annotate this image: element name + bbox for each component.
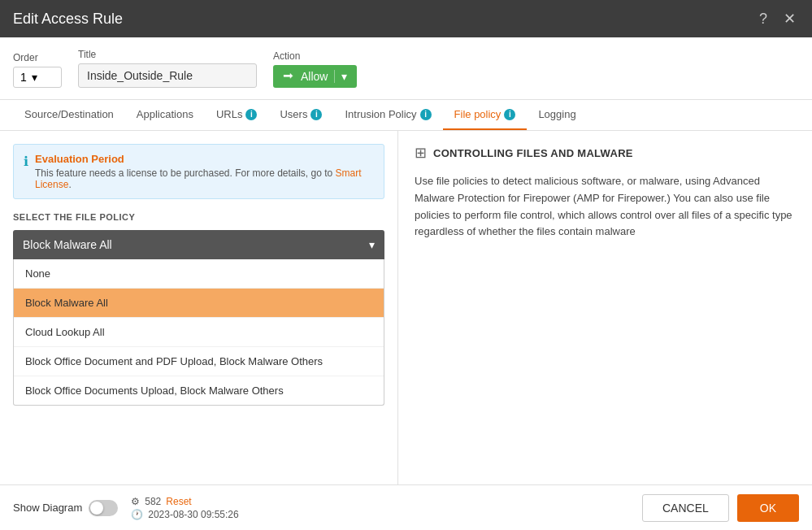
tab-file-policy[interactable]: File policy i xyxy=(443,100,528,130)
footer-right: CANCEL OK xyxy=(642,494,799,522)
title-input[interactable] xyxy=(78,63,257,88)
order-select[interactable]: 1 ▾ xyxy=(13,67,62,88)
action-field-group: Action ⮕ Allow ▾ xyxy=(273,50,357,88)
title-field-group: Title xyxy=(78,49,257,88)
order-label: Order xyxy=(13,52,62,63)
title-label: Title xyxy=(78,49,257,60)
file-policy-info-icon: i xyxy=(504,109,515,120)
tab-applications-label: Applications xyxy=(137,108,193,120)
dropdown-list: None Block Malware All Cloud Lookup All … xyxy=(13,259,384,406)
file-policy-section-label: SELECT THE FILE POLICY xyxy=(13,212,384,222)
dropdown-selected[interactable]: Block Malware All ▾ xyxy=(13,230,384,259)
toolbar: Order 1 ▾ Title Action ⮕ Allow ▾ xyxy=(0,37,812,100)
tab-logging[interactable]: Logging xyxy=(527,100,587,130)
action-button[interactable]: ⮕ Allow ▾ xyxy=(273,65,357,88)
clock-icon: 🕐 xyxy=(131,509,143,520)
evaluation-banner: ℹ Evaluation Period This feature needs a… xyxy=(13,144,384,199)
right-panel-title-area: ⊞ CONTROLLING FILES AND MALWARE xyxy=(415,144,796,162)
action-value: Allow xyxy=(301,70,328,83)
right-panel-description: Use file policies to detect malicious so… xyxy=(415,173,796,241)
footer-left: Show Diagram ⚙ 582 Reset 🕐 2023-08-30 09… xyxy=(13,496,239,520)
tab-source-destination[interactable]: Source/Destination xyxy=(13,100,125,130)
tab-applications[interactable]: Applications xyxy=(125,100,205,130)
urls-info-icon: i xyxy=(245,109,257,120)
tab-logging-label: Logging xyxy=(538,108,575,120)
tab-users-label: Users xyxy=(280,108,307,120)
action-btn-divider xyxy=(334,70,335,83)
right-panel-heading: CONTROLLING FILES AND MALWARE xyxy=(433,147,633,159)
left-panel: ℹ Evaluation Period This feature needs a… xyxy=(0,131,398,484)
action-chevron-icon: ▾ xyxy=(341,70,347,83)
dropdown-item-cloud-lookup-all[interactable]: Cloud Lookup All xyxy=(14,318,384,347)
close-button[interactable]: ✕ xyxy=(780,8,799,29)
tab-urls-label: URLs xyxy=(216,108,243,120)
tab-file-policy-label: File policy xyxy=(454,108,502,120)
show-diagram-label: Show Diagram xyxy=(13,502,82,514)
modal-header: Edit Access Rule ? ✕ xyxy=(0,0,812,37)
order-chevron-icon: ▾ xyxy=(32,71,37,84)
evaluation-info-icon: ℹ xyxy=(24,154,28,169)
tab-urls[interactable]: URLs i xyxy=(205,100,269,130)
cancel-button[interactable]: CANCEL xyxy=(642,494,729,522)
footer-count: 582 xyxy=(145,496,161,507)
tab-intrusion-policy[interactable]: Intrusion Policy i xyxy=(333,100,442,130)
modal-body: ℹ Evaluation Period This feature needs a… xyxy=(0,131,812,484)
file-policy-dropdown[interactable]: Block Malware All ▾ None Block Malware A… xyxy=(13,230,384,406)
footer-timestamp-row: 🕐 2023-08-30 09:55:26 xyxy=(131,509,238,520)
evaluation-title: Evaluation Period xyxy=(35,153,374,165)
gear-icon: ⚙ xyxy=(131,496,140,507)
evaluation-description: This feature needs a license to be purch… xyxy=(35,167,374,190)
footer-count-row: ⚙ 582 Reset xyxy=(131,496,238,507)
modal-header-icons: ? ✕ xyxy=(756,8,799,29)
dropdown-chevron-icon: ▾ xyxy=(369,238,375,251)
evaluation-text: Evaluation Period This feature needs a l… xyxy=(35,153,374,190)
tabs-bar: Source/Destination Applications URLs i U… xyxy=(0,100,812,131)
users-info-icon: i xyxy=(310,109,322,120)
show-diagram-toggle: Show Diagram xyxy=(13,500,118,516)
reset-link[interactable]: Reset xyxy=(166,496,191,507)
tab-intrusion-policy-label: Intrusion Policy xyxy=(345,108,416,120)
modal-footer: Show Diagram ⚙ 582 Reset 🕐 2023-08-30 09… xyxy=(0,484,812,530)
modal-title: Edit Access Rule xyxy=(13,11,123,28)
help-button[interactable]: ? xyxy=(756,9,771,29)
action-icon: ⮕ xyxy=(283,70,294,83)
tab-source-destination-label: Source/Destination xyxy=(24,108,114,120)
file-policy-panel-icon: ⊞ xyxy=(415,144,427,162)
dropdown-item-block-office-pdf[interactable]: Block Office Document and PDF Upload, Bl… xyxy=(14,347,384,376)
intrusion-policy-info-icon: i xyxy=(420,109,432,120)
dropdown-selected-value: Block Malware All xyxy=(23,238,112,251)
show-diagram-switch[interactable] xyxy=(89,500,118,516)
order-field-group: Order 1 ▾ xyxy=(13,52,62,88)
edit-access-rule-modal: Edit Access Rule ? ✕ Order 1 ▾ Title Act… xyxy=(0,0,812,530)
footer-timestamp: 2023-08-30 09:55:26 xyxy=(148,509,238,520)
dropdown-item-block-office-docs[interactable]: Block Office Documents Upload, Block Mal… xyxy=(14,376,384,405)
evaluation-desc-text: This feature needs a license to be purch… xyxy=(35,167,332,179)
order-value: 1 xyxy=(20,71,27,84)
dropdown-item-block-malware-all[interactable]: Block Malware All xyxy=(14,289,384,318)
right-panel: ⊞ CONTROLLING FILES AND MALWARE Use file… xyxy=(398,131,812,484)
tab-users[interactable]: Users i xyxy=(268,100,333,130)
action-label: Action xyxy=(273,50,357,62)
dropdown-item-none[interactable]: None xyxy=(14,259,384,289)
footer-info: ⚙ 582 Reset 🕐 2023-08-30 09:55:26 xyxy=(131,496,238,520)
ok-button[interactable]: OK xyxy=(737,494,799,522)
